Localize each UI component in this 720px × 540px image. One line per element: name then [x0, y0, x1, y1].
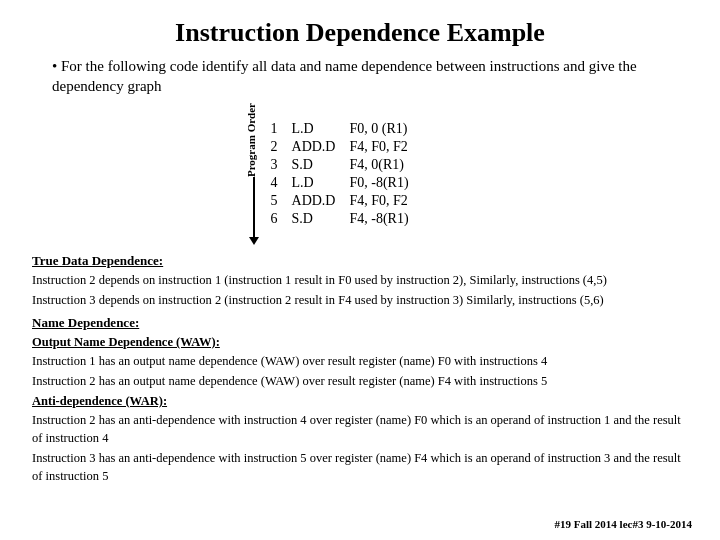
instruction-table: 1 L.D F0, 0 (R1)2 ADD.D F4, F0, F23 S.D … — [267, 120, 476, 228]
table-row: 2 ADD.D F4, F0, F2 — [267, 138, 476, 156]
instr-args: F4, F0, F2 — [345, 138, 475, 156]
footer: #19 Fall 2014 lec#3 9-10-2014 — [555, 518, 692, 530]
instr-num: 6 — [267, 210, 288, 228]
title: Instruction Dependence Example — [32, 18, 688, 48]
table-row: 6 S.D F4, -8(R1) — [267, 210, 476, 228]
true-data-dependence-section: True Data Dependence: Instruction 2 depe… — [32, 253, 688, 309]
instr-mnemonic: ADD.D — [288, 138, 346, 156]
instr-num: 5 — [267, 192, 288, 210]
instr-mnemonic: S.D — [288, 210, 346, 228]
instr-num: 4 — [267, 174, 288, 192]
instr-num: 1 — [267, 120, 288, 138]
name-dependence-section: Name Dependence: Output Name Dependence … — [32, 315, 688, 486]
table-row: 3 S.D F4, 0(R1) — [267, 156, 476, 174]
instr-mnemonic: L.D — [288, 174, 346, 192]
instr-mnemonic: L.D — [288, 120, 346, 138]
war-line: Instruction 2 has an anti-dependence wit… — [32, 411, 688, 447]
instr-args: F0, -8(R1) — [345, 174, 475, 192]
program-order-label: Program Order — [245, 103, 257, 177]
instr-args: F4, -8(R1) — [345, 210, 475, 228]
instr-args: F4, F0, F2 — [345, 192, 475, 210]
true-data-dependence-heading: True Data Dependence: — [32, 253, 688, 269]
true-data-line: Instruction 3 depends on instruction 2 (… — [32, 291, 688, 309]
waw-line: Instruction 2 has an output name depende… — [32, 372, 688, 390]
instr-mnemonic: ADD.D — [288, 192, 346, 210]
table-row: 4 L.D F0, -8(R1) — [267, 174, 476, 192]
instr-mnemonic: S.D — [288, 156, 346, 174]
instr-args: F4, 0(R1) — [345, 156, 475, 174]
waw-line: Instruction 1 has an output name depende… — [32, 352, 688, 370]
output-waw-heading: Output Name Dependence (WAW): — [32, 335, 688, 350]
war-line: Instruction 3 has an anti-dependence wit… — [32, 449, 688, 485]
name-dependence-heading: Name Dependence: — [32, 315, 688, 331]
true-data-line: Instruction 2 depends on instruction 1 (… — [32, 271, 688, 289]
instr-num: 2 — [267, 138, 288, 156]
anti-war-heading: Anti-dependence (WAR): — [32, 394, 688, 409]
bullet-text: For the following code identify all data… — [52, 56, 688, 97]
table-row: 1 L.D F0, 0 (R1) — [267, 120, 476, 138]
program-order-arrow: Program Order — [245, 103, 263, 245]
instr-args: F0, 0 (R1) — [345, 120, 475, 138]
table-row: 5 ADD.D F4, F0, F2 — [267, 192, 476, 210]
instr-num: 3 — [267, 156, 288, 174]
